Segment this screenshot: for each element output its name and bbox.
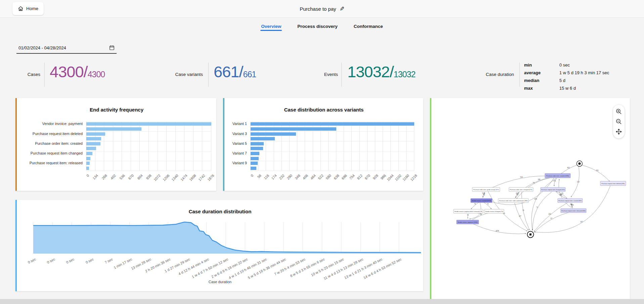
- axis-tick-label: 232: [278, 173, 285, 180]
- edge-frequency-label: 139: [571, 204, 574, 206]
- edge-frequency-label: 141: [553, 180, 556, 182]
- bar[interactable]: [86, 142, 100, 145]
- bar[interactable]: [86, 122, 211, 126]
- divider: [341, 62, 342, 87]
- axis-tick-label: 1340: [171, 173, 179, 182]
- process-model-graph: 8221232912673533186141795278179731756745…: [431, 98, 630, 299]
- zoom-out-button[interactable]: [614, 117, 623, 126]
- bar[interactable]: [251, 142, 264, 145]
- process-edge: [583, 165, 610, 181]
- case-duration-distribution-card: Case duration distribution 0 sec0 sec0 s…: [15, 200, 423, 291]
- process-node-label: Purchase order item: goods receipt (577): [473, 189, 499, 190]
- bar[interactable]: [86, 137, 101, 140]
- area-series-fill: [33, 222, 421, 254]
- bar[interactable]: [86, 147, 96, 150]
- axis-tick-label: 536: [119, 173, 126, 180]
- category-label: Variant 9: [224, 161, 247, 165]
- process-edge: [534, 212, 571, 232]
- axis-tick-label: 406: [302, 173, 309, 180]
- tab-overview[interactable]: Overview: [260, 17, 282, 35]
- case-duration-stats: min0 sec average1 w 5 d 19 h 3 min 17 se…: [524, 61, 609, 92]
- date-range-value: 01/02/2024 - 04/28/2024: [18, 45, 66, 50]
- process-node-label: Purchase request item: released (565): [561, 210, 586, 212]
- bar[interactable]: [251, 147, 263, 150]
- axis-tick-label: 1 w 4 d 7 h 50 min 12 sec: [191, 257, 229, 279]
- divider: [208, 62, 209, 87]
- process-node-label: Vendor invoice changed (75): [485, 211, 503, 212]
- axis-tick-label: 638: [333, 173, 340, 180]
- bar[interactable]: [251, 162, 258, 165]
- graph-controls: [613, 105, 625, 138]
- pan-icon: [615, 128, 622, 135]
- bar[interactable]: [251, 157, 259, 160]
- axis-tick-label: 8 w 5 d 3 h 55 min 6 sec: [289, 257, 325, 278]
- zoom-in-button[interactable]: [614, 107, 623, 116]
- kpi-cases-value: 4300/4300: [50, 62, 105, 81]
- kpi-events-value: 13032/13032: [347, 62, 415, 81]
- axis-tick-label: 1102: [394, 173, 402, 181]
- case-distribution-chart: Variant 1Variant 3Variant 5Variant 7Vari…: [224, 98, 423, 191]
- axis-tick-label: 0 sec: [27, 257, 37, 264]
- axis-tick-label: 1608: [188, 173, 197, 182]
- axis-tick-label: 134: [92, 173, 99, 180]
- axis-tick-label: 0: [86, 173, 90, 178]
- divider: [44, 62, 45, 87]
- axis-tick-label: 1 min 17 sec: [113, 257, 132, 270]
- bar[interactable]: [251, 127, 336, 131]
- date-range-picker[interactable]: 01/02/2024 - 04/28/2024: [16, 42, 117, 54]
- axis-tick-label: 1206: [162, 173, 170, 182]
- bar[interactable]: [251, 122, 414, 126]
- kpi-cases-label: Cases: [13, 72, 40, 77]
- axis-tick-label: 986: [380, 173, 387, 180]
- process-edge: [532, 192, 552, 230]
- axis-tick-label: 464: [309, 173, 316, 180]
- axis-tick-label: 1072: [153, 173, 161, 182]
- edge-frequency-label: 74: [467, 214, 469, 216]
- bar[interactable]: [86, 152, 92, 155]
- axis-tick-label: 1742: [198, 173, 206, 182]
- edge-frequency-label: 186: [538, 179, 541, 180]
- bar[interactable]: [86, 132, 105, 136]
- bar[interactable]: [86, 162, 90, 165]
- case-distribution-card: Case distribution across variants Varian…: [223, 98, 423, 191]
- process-edge: [534, 202, 568, 231]
- edit-title-icon[interactable]: ✎: [340, 5, 344, 12]
- edge-frequency-label: 183: [548, 213, 551, 215]
- bar[interactable]: [251, 137, 275, 140]
- edge-frequency-label: 197: [580, 221, 583, 223]
- axis-tick-label: 580: [325, 173, 332, 180]
- bar[interactable]: [86, 127, 141, 131]
- start-node-dot: [578, 163, 581, 165]
- tab-conformance[interactable]: Conformance: [353, 17, 384, 35]
- bar[interactable]: [251, 152, 259, 155]
- axis-tick-label: 290: [286, 173, 293, 180]
- chart-title: Case duration distribution: [17, 209, 423, 214]
- axis-tick-label: 7 sec: [104, 257, 114, 264]
- edge-frequency-label: 58: [480, 214, 482, 215]
- edge-frequency-label: 1878: [496, 230, 499, 232]
- axis-tick-label: 0: [250, 173, 254, 178]
- bar[interactable]: [86, 167, 89, 170]
- axis-tick-label: 268: [101, 173, 108, 180]
- bar[interactable]: [86, 157, 90, 160]
- pan-button[interactable]: [614, 127, 623, 136]
- bar[interactable]: [251, 132, 296, 136]
- edge-frequency-label: 79: [533, 182, 535, 184]
- axis-tick-label: 58: [256, 173, 262, 179]
- edge-frequency-label: 71: [536, 207, 539, 208]
- process-edge: [531, 178, 556, 230]
- category-label: Variant 5: [224, 141, 247, 145]
- stat-row: average1 w 5 d 19 h 3 min 17 sec: [524, 69, 609, 77]
- process-edge: [470, 223, 526, 234]
- process-node-label: Purchase request item changed (512): [541, 189, 565, 190]
- axis-tick-label: 670: [127, 173, 134, 180]
- purchase-to-pay-dashboard: Home Purchase to pay ✎ Overview Process …: [0, 0, 644, 304]
- category-label: Variant 7: [224, 151, 247, 155]
- axis-tick-label: 402: [110, 173, 117, 180]
- axis-tick-label: 870: [364, 173, 371, 180]
- edge-frequency-label: 266: [534, 198, 537, 200]
- axis-tick-label: 522: [317, 173, 324, 180]
- bar[interactable]: [251, 167, 256, 170]
- edge-frequency-label: 123: [577, 181, 579, 183]
- tab-process-discovery[interactable]: Process discovery: [297, 17, 338, 35]
